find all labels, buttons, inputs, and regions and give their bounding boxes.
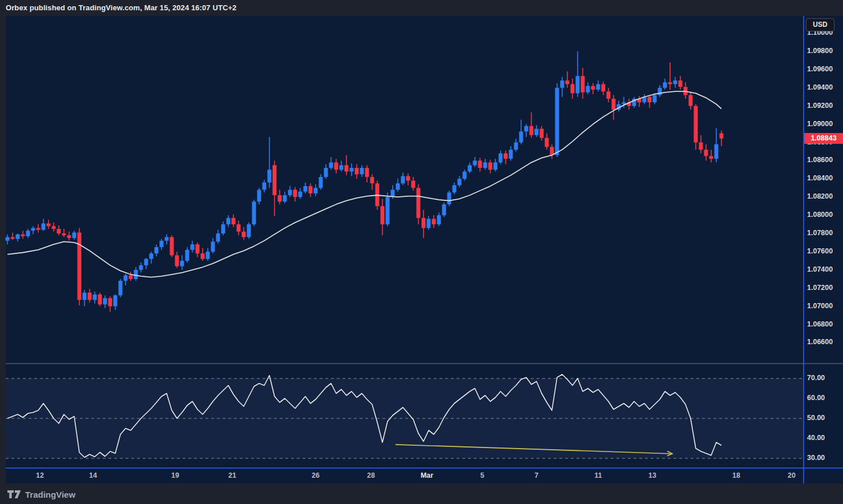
currency-toggle-button[interactable]: USD xyxy=(806,18,834,31)
date-tick-label: 7 xyxy=(535,471,539,479)
tradingview-logo-icon xyxy=(7,489,22,500)
price-tick-label: 1.06600 xyxy=(807,338,833,346)
price-tick-label: 1.08000 xyxy=(807,211,833,219)
date-tick-label: 13 xyxy=(648,471,656,479)
price-tick-label: 1.07800 xyxy=(807,229,833,237)
date-tick-label: 20 xyxy=(788,471,796,479)
price-tick-label: 1.08400 xyxy=(807,174,833,182)
price-tick-label: 1.09200 xyxy=(807,102,833,110)
rsi-tick-label: 40.00 xyxy=(807,434,825,442)
date-tick-label: 14 xyxy=(89,471,97,479)
date-tick-label: 26 xyxy=(312,471,320,479)
date-tick-label: 18 xyxy=(732,471,740,479)
price-tick-label: 1.06800 xyxy=(807,320,833,328)
price-tick-label: 1.09800 xyxy=(807,47,833,55)
price-tick-label: 1.09000 xyxy=(807,120,833,128)
tradingview-published-chart: Orbex published on TradingView.com, Mar … xyxy=(0,0,843,504)
rsi-tick-label: 50.00 xyxy=(807,414,825,422)
price-tick-label: 1.07000 xyxy=(807,302,833,310)
price-tick-label: 1.07600 xyxy=(807,247,833,255)
rsi-band-fill xyxy=(6,378,804,458)
date-tick-label: 11 xyxy=(594,471,602,479)
date-tick-label: Mar xyxy=(421,471,433,479)
date-tick-label: 5 xyxy=(481,471,485,479)
tradingview-logo[interactable]: TradingView xyxy=(7,489,75,500)
price-tick-label: 1.09400 xyxy=(807,83,833,91)
last-price-badge: 1.08843 xyxy=(804,133,843,144)
price-tick-label: 1.07400 xyxy=(807,265,833,273)
price-tick-label: 1.09600 xyxy=(807,65,833,73)
date-tick-label: 19 xyxy=(171,471,179,479)
footer-bar xyxy=(0,483,843,504)
rsi-tick-label: 70.00 xyxy=(807,374,825,382)
rsi-tick-label: 60.00 xyxy=(807,394,825,402)
price-chart-canvas[interactable] xyxy=(0,0,843,504)
price-tick-label: 1.08200 xyxy=(807,192,833,200)
rsi-tick-label: 30.00 xyxy=(807,454,825,462)
date-tick-label: 28 xyxy=(367,471,375,479)
date-tick-label: 21 xyxy=(228,471,236,479)
price-tick-label: 1.08600 xyxy=(807,156,833,164)
tradingview-logo-text: TradingView xyxy=(25,490,75,499)
price-tick-label: 1.07200 xyxy=(807,284,833,292)
date-tick-label: 12 xyxy=(36,471,44,479)
